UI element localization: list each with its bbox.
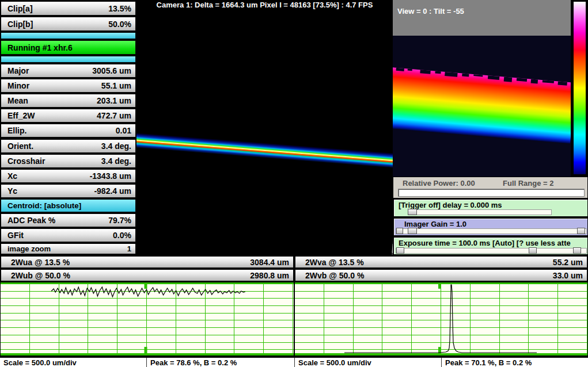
profile-plot-vertical[interactable] — [295, 282, 587, 355]
metric-row-clip-a[interactable]: Clip[a] 13.5% — [1, 1, 136, 16]
slider-thumb[interactable] — [408, 228, 417, 234]
centroid-mode-label: Centroid: [absolute] — [7, 201, 81, 210]
profile-plot-horizontal[interactable] — [1, 282, 294, 355]
width-row-2wva[interactable]: 2Wva @ 13.5 % 55.2 um — [295, 256, 587, 268]
exposure-time-slider[interactable]: Exposure time = 100.0 ms [Auto] [? use l… — [393, 237, 588, 255]
camera-view[interactable]: Camera 1: Delta = 1664.3 um Pixel I = 48… — [136, 0, 393, 255]
imager-gain-label: Imager Gain = 1.0 — [404, 220, 466, 228]
slider-track[interactable] — [396, 248, 587, 254]
slider-thumb[interactable] — [396, 247, 404, 254]
cyan-divider — [1, 56, 136, 63]
profile-plot-vertical-svg — [295, 284, 587, 353]
width-label: 2Wub @ 50.0 % — [11, 271, 70, 280]
power-progressbar — [398, 189, 585, 197]
intensity-colorbar — [572, 1, 587, 175]
running-status-label: Running #1 xhr.6 — [7, 43, 73, 52]
width-value: 2980.8 um — [250, 271, 289, 280]
metric-row-crosshair[interactable]: Crosshair 3.4 deg. — [1, 154, 136, 168]
metric-label: Clip[b] — [7, 20, 33, 29]
horizontal-profile-trace — [51, 287, 245, 297]
slider-thumb[interactable] — [408, 209, 417, 215]
metric-row-yc[interactable]: Yc -982.4 um — [1, 184, 136, 198]
running-status-button[interactable]: Running #1 xhr.6 — [1, 40, 136, 55]
width-value: 3084.4 um — [250, 258, 289, 267]
trigger-delay-label: [Trigger off] delay = 0.000 ms — [399, 201, 502, 209]
full-range-label: Full Range = 2 — [503, 179, 554, 188]
metric-row-orient[interactable]: Orient. 3.4 deg. — [1, 139, 136, 153]
relative-power-label: Relative Power: 0.00 — [403, 179, 475, 188]
slider-thumb[interactable] — [396, 228, 403, 234]
slider-track[interactable] — [396, 228, 587, 234]
metric-row-eff2w[interactable]: Eff_2W 472.7 um — [1, 109, 136, 123]
beam-3d-band — [393, 67, 571, 144]
relative-power-panel: Relative Power: 0.00 Full Range = 2 — [393, 177, 588, 198]
metric-value: 13.5% — [108, 4, 131, 13]
metric-row-gfit[interactable]: GFit 0.0% — [1, 228, 136, 242]
exposure-time-label: Exposure time = 100.0 ms [Auto] [? use l… — [399, 239, 571, 247]
metric-value: 50.0% — [108, 20, 131, 29]
camera-title: Camera 1: Delta = 1664.3 um Pixel I = 48… — [136, 1, 393, 9]
width-label: 2Wva @ 13.5 % — [305, 258, 364, 267]
slider-end-button[interactable] — [573, 247, 581, 254]
metric-row-clip-b[interactable]: Clip[b] 50.0% — [1, 17, 136, 31]
metric-label: Clip[a] — [7, 4, 33, 13]
profile-plot-horizontal-svg — [1, 284, 294, 353]
width-row-2wvb[interactable]: 2Wvb @ 50.0 % 33.0 um — [295, 269, 587, 281]
width-label: 2Wua @ 13.5 % — [11, 258, 70, 267]
centroid-mode-row[interactable]: Centroid: [absolute] — [1, 199, 136, 212]
metric-row-ellip[interactable]: Ellip. 0.01 — [1, 124, 136, 137]
metric-row-major[interactable]: Major 3005.6 um — [1, 64, 136, 78]
width-row-2wua[interactable]: 2Wua @ 13.5 % 3084.4 um — [1, 256, 294, 268]
width-value: 55.2 um — [553, 258, 583, 267]
status-peak-right: Peak = 70.1 %, B = 0.2 % — [441, 358, 588, 367]
slider-track[interactable] — [408, 209, 552, 215]
view3d-header: View = 0 : Tilt = -55 — [393, 0, 571, 36]
vertical-profile-trace — [344, 285, 537, 353]
metric-row-xc[interactable]: Xc -1343.8 um — [1, 169, 136, 183]
cyan-divider — [1, 32, 136, 39]
imager-gain-slider[interactable]: Imager Gain = 1.0 — [393, 218, 588, 236]
status-bar: Scale = 500.0 um/div Peak = 78.6 %, B = … — [0, 357, 588, 367]
trigger-delay-slider[interactable]: [Trigger off] delay = 0.000 ms — [393, 199, 588, 217]
slider-end-button[interactable] — [577, 228, 585, 234]
metric-row-mean[interactable]: Mean 203.1 um — [1, 94, 136, 108]
metric-row-image-zoom[interactable]: image zoom 1 — [1, 243, 136, 254]
width-value: 33.0 um — [553, 271, 583, 280]
view3d-canvas[interactable]: View = 0 : Tilt = -55 — [393, 0, 571, 177]
metric-row-minor[interactable]: Minor 55.1 um — [1, 79, 136, 93]
status-scale-left: Scale = 500.0 um/div — [0, 358, 146, 367]
status-peak-left: Peak = 78.6 %, B = 0.2 % — [146, 358, 294, 367]
width-label: 2Wvb @ 50.0 % — [305, 271, 364, 280]
beam-streak — [136, 132, 393, 169]
slider-thumb[interactable] — [529, 247, 537, 254]
width-row-2wub[interactable]: 2Wub @ 50.0 % 2980.8 um — [1, 269, 294, 281]
beam-profiler-window: Clip[a] 13.5% Clip[b] 50.0% Running #1 x… — [0, 0, 588, 367]
metric-row-adc-peak[interactable]: ADC Peak % 79.7% — [1, 213, 136, 227]
status-scale-right: Scale = 500.0 um/div — [294, 358, 441, 367]
